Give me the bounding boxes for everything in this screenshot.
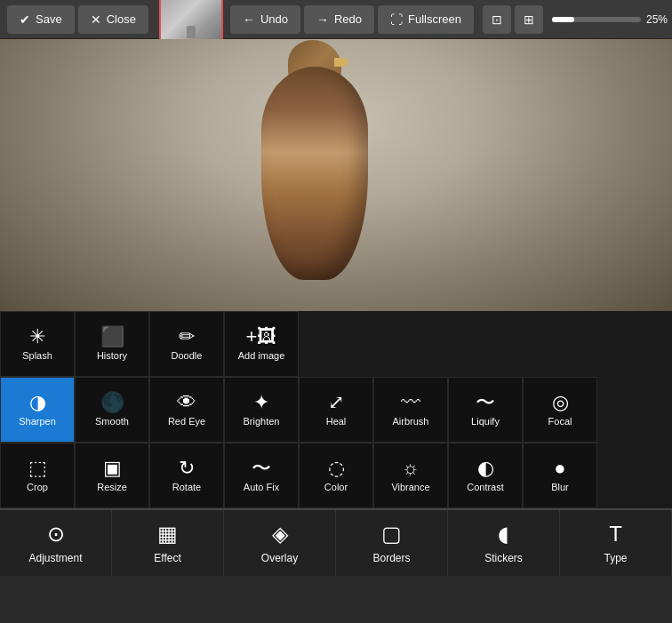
splash-icon: ✳ [29, 327, 45, 347]
redo-icon: → [316, 12, 329, 27]
category-tab-effect[interactable]: ▦ Effect [112, 510, 224, 576]
fullscreen-button[interactable]: ⛶ Fullscreen [378, 5, 474, 34]
zoom-slider-fill [552, 17, 574, 22]
add-image-icon: +🖼 [246, 327, 277, 347]
adjustment-label: Adjustment [28, 552, 82, 564]
tool-color[interactable]: ◌ Color [299, 443, 373, 508]
auto-fix-icon: 〜 [252, 459, 271, 478]
resize-label: Resize [97, 482, 127, 492]
close-button[interactable]: ✕ Close [78, 5, 148, 34]
category-tab-adjustment[interactable]: ⊙ Adjustment [0, 510, 112, 576]
category-tab-overlay[interactable]: ◈ Overlay [224, 510, 336, 576]
vibrance-label: Vibrance [391, 482, 429, 492]
redo-label: Redo [334, 12, 362, 26]
category-tab-type[interactable]: T Type [560, 510, 672, 576]
category-tab-borders[interactable]: ▢ Borders [336, 510, 448, 576]
zoom-slider-track[interactable] [552, 17, 641, 22]
tool-rotate[interactable]: ↻ Rotate [149, 443, 224, 508]
fit-view-button[interactable]: ⊡ [483, 5, 511, 34]
heal-label: Heal [326, 416, 347, 427]
tool-heal[interactable]: ⤢ Heal [299, 377, 373, 443]
blur-icon: ● [554, 459, 565, 478]
overlay-label: Overlay [261, 552, 298, 564]
thumbnail-frame [159, 0, 223, 44]
thumbnail-image [161, 0, 221, 42]
canvas-area [0, 39, 672, 311]
undo-label: Undo [260, 12, 288, 26]
tool-blur[interactable]: ● Blur [523, 443, 597, 508]
borders-label: Borders [372, 552, 410, 564]
liquify-icon: 〜 [476, 393, 495, 412]
hawk-beak [334, 58, 348, 67]
zoom-area: 25% [552, 13, 672, 26]
view-controls: ⊡ ⊞ [483, 5, 543, 34]
category-tab-stickers[interactable]: ◖ Stickers [448, 510, 560, 576]
contrast-icon: ◐ [477, 459, 494, 478]
liquify-label: Liquify [471, 416, 500, 427]
red-eye-icon: 👁 [177, 393, 196, 412]
hawk-silhouette [261, 67, 368, 280]
crop-label: Crop [27, 482, 48, 492]
tool-auto-fix[interactable]: 〜 Auto Fix [224, 443, 299, 508]
overlay-icon: ◈ [272, 522, 288, 547]
vibrance-icon: ☼ [402, 459, 420, 478]
history-label: History [97, 350, 127, 361]
color-label: Color [324, 482, 348, 492]
color-icon: ◌ [328, 459, 345, 478]
category-tabs: ⊙ Adjustment ▦ Effect ◈ Overlay ▢ Border… [0, 508, 672, 576]
red-eye-label: Red Eye [168, 416, 205, 427]
tool-doodle[interactable]: ✏ Doodle [149, 311, 224, 377]
resize-icon: ▣ [103, 459, 122, 478]
borders-icon: ▢ [381, 522, 402, 547]
stickers-label: Stickers [484, 552, 523, 564]
tool-red-eye[interactable]: 👁 Red Eye [149, 377, 224, 443]
tool-row-2: ◑ Sharpen 🌑 Smooth 👁 Red Eye ✦ Brighten … [0, 377, 672, 443]
doodle-icon: ✏ [179, 327, 195, 347]
undo-icon: ← [243, 12, 255, 27]
actual-size-button[interactable]: ⊞ [515, 5, 543, 34]
hawk-image [0, 39, 672, 311]
tools-section: ✳ Splash ⬛ History ✏ Doodle +🖼 Add image… [0, 311, 672, 576]
airbrush-icon: 〰 [401, 393, 420, 412]
tool-resize[interactable]: ▣ Resize [75, 443, 149, 508]
smooth-icon: 🌑 [100, 393, 124, 412]
tool-sharpen[interactable]: ◑ Sharpen [0, 377, 75, 443]
focal-label: Focal [548, 416, 572, 427]
tool-history[interactable]: ⬛ History [75, 311, 149, 377]
crop-icon: ⬚ [28, 459, 47, 478]
auto-fix-label: Auto Fix [244, 482, 279, 492]
tool-row-1: ✳ Splash ⬛ History ✏ Doodle +🖼 Add image [0, 311, 672, 377]
zoom-label: 25% [646, 13, 672, 26]
redo-button[interactable]: → Redo [304, 5, 374, 34]
tool-vibrance[interactable]: ☼ Vibrance [373, 443, 448, 508]
type-label: Type [604, 552, 627, 564]
close-icon: ✕ [91, 12, 101, 27]
brighten-label: Brighten [244, 416, 280, 427]
rotate-icon: ↻ [179, 459, 195, 478]
fullscreen-icon: ⛶ [390, 12, 403, 27]
tool-focal[interactable]: ◎ Focal [523, 377, 597, 443]
tool-liquify[interactable]: 〜 Liquify [448, 377, 523, 443]
tool-brighten[interactable]: ✦ Brighten [224, 377, 299, 443]
tool-smooth[interactable]: 🌑 Smooth [75, 377, 149, 443]
tool-row-3: ⬚ Crop ▣ Resize ↻ Rotate 〜 Auto Fix ◌ Co… [0, 443, 672, 508]
effect-icon: ▦ [157, 522, 178, 547]
tool-add-image[interactable]: +🖼 Add image [224, 311, 299, 377]
tool-crop[interactable]: ⬚ Crop [0, 443, 75, 508]
focal-icon: ◎ [552, 393, 569, 412]
close-label: Close [107, 12, 136, 26]
adjustment-icon: ⊙ [47, 522, 65, 547]
rotate-label: Rotate [172, 482, 201, 492]
tool-splash[interactable]: ✳ Splash [0, 311, 75, 377]
effect-label: Effect [154, 552, 180, 564]
blur-label: Blur [551, 482, 569, 492]
save-button[interactable]: ✔ Save [7, 5, 75, 34]
tool-airbrush[interactable]: 〰 Airbrush [373, 377, 448, 443]
save-label: Save [36, 12, 62, 26]
sharpen-icon: ◑ [29, 393, 46, 412]
add-image-label: Add image [238, 350, 285, 361]
smooth-label: Smooth [95, 416, 129, 427]
thumbnail-area [159, 0, 223, 44]
tool-contrast[interactable]: ◐ Contrast [448, 443, 523, 508]
undo-button[interactable]: ← Undo [230, 5, 300, 34]
